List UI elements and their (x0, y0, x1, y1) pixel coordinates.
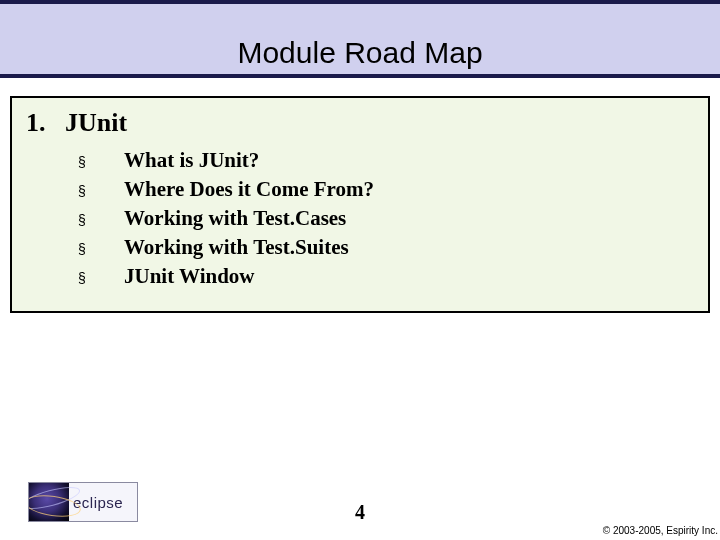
list-item: § Where Does it Come From? (78, 177, 694, 202)
footer: eclipse 4 © 2003-2005, Espirity Inc. (0, 470, 720, 526)
section-label: JUnit (65, 108, 127, 137)
list-item: § What is JUnit? (78, 148, 694, 173)
square-bullet-icon: § (78, 154, 124, 170)
list-item-text: JUnit Window (124, 264, 255, 289)
list-item-text: Working with Test.Cases (124, 206, 346, 231)
section-heading: 1. JUnit (26, 108, 694, 138)
title-band: Module Road Map (0, 0, 720, 78)
square-bullet-icon: § (78, 212, 124, 228)
list-item-text: Where Does it Come From? (124, 177, 374, 202)
section-number: 1. (26, 108, 46, 137)
slide-title: Module Road Map (0, 4, 720, 70)
bullet-list: § What is JUnit? § Where Does it Come Fr… (78, 148, 694, 289)
content-box: 1. JUnit § What is JUnit? § Where Does i… (10, 96, 710, 313)
list-item: § Working with Test.Suites (78, 235, 694, 260)
copyright-text: © 2003-2005, Espirity Inc. (603, 525, 718, 536)
list-item-text: Working with Test.Suites (124, 235, 349, 260)
list-item-text: What is JUnit? (124, 148, 259, 173)
list-item: § Working with Test.Cases (78, 206, 694, 231)
list-item: § JUnit Window (78, 264, 694, 289)
page-number: 4 (0, 501, 720, 524)
square-bullet-icon: § (78, 183, 124, 199)
square-bullet-icon: § (78, 270, 124, 286)
square-bullet-icon: § (78, 241, 124, 257)
